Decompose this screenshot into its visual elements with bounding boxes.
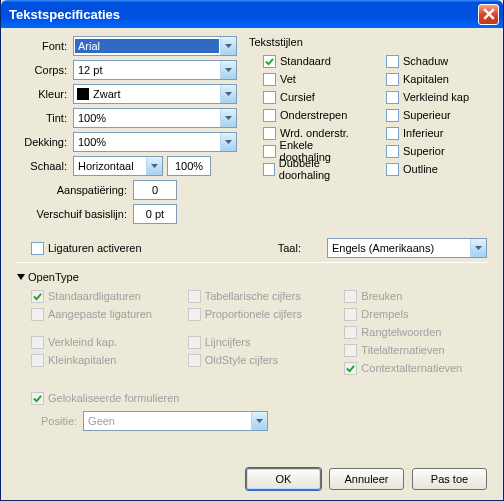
checkbox-kapitalen[interactable]: Kapitalen bbox=[386, 70, 487, 88]
kleur-combo[interactable]: Zwart bbox=[73, 84, 237, 104]
checkbox-label: Verkleind kap. bbox=[48, 336, 117, 348]
taal-value: Engels (Amerikaans) bbox=[328, 242, 470, 254]
tint-value: 100% bbox=[74, 112, 220, 124]
close-icon bbox=[483, 8, 495, 20]
font-label: Font: bbox=[17, 40, 73, 52]
schaal-value: 100% bbox=[175, 160, 203, 172]
font-combo[interactable]: Arial bbox=[73, 36, 237, 56]
checkbox-oldstyle-cijfers[interactable]: OldStyle cijfers bbox=[188, 351, 331, 369]
checkbox-onderstrepen[interactable]: Onderstrepen bbox=[263, 106, 364, 124]
pastoe-button[interactable]: Pas toe bbox=[412, 468, 487, 490]
ok-button[interactable]: OK bbox=[246, 468, 321, 490]
checkbox-cursief[interactable]: Cursief bbox=[263, 88, 364, 106]
footer-buttons: OK Annuleer Pas toe bbox=[246, 468, 487, 490]
checkbox-box bbox=[263, 55, 276, 68]
checkbox-box bbox=[344, 308, 357, 321]
taal-combo[interactable]: Engels (Amerikaans) bbox=[327, 238, 487, 258]
annuleer-button[interactable]: Annuleer bbox=[329, 468, 404, 490]
corps-combo[interactable]: 12 pt bbox=[73, 60, 237, 80]
checkbox-vet[interactable]: Vet bbox=[263, 70, 364, 88]
checkbox-kleinkapitalen[interactable]: Kleinkapitalen bbox=[31, 351, 174, 369]
checkbox-box bbox=[31, 354, 44, 367]
check-icon bbox=[33, 292, 42, 301]
chevron-down-icon[interactable] bbox=[220, 133, 236, 151]
schaal-dir-value: Horizontaal bbox=[74, 160, 146, 172]
chevron-down-icon[interactable] bbox=[220, 85, 236, 103]
aanspatiering-input[interactable]: 0 bbox=[133, 180, 177, 200]
checkbox-box bbox=[263, 127, 276, 140]
checkbox-box bbox=[386, 109, 399, 122]
tint-combo[interactable]: 100% bbox=[73, 108, 237, 128]
ligaturen-label: Ligaturen activeren bbox=[48, 242, 142, 254]
checkbox-box bbox=[263, 163, 275, 176]
right-column: Tekststijlen StandaardVetCursiefOnderstr… bbox=[249, 36, 487, 228]
checkbox-titelalternatieven[interactable]: Titelalternatieven bbox=[344, 341, 487, 359]
checkbox-box bbox=[188, 308, 201, 321]
checkbox-label: Kleinkapitalen bbox=[48, 354, 117, 366]
checkbox-box bbox=[344, 290, 357, 303]
opentype-header[interactable]: OpenType bbox=[17, 271, 487, 283]
font-value: Arial bbox=[75, 39, 219, 53]
checkbox-schaduw[interactable]: Schaduw bbox=[386, 52, 487, 70]
chevron-down-icon[interactable] bbox=[220, 109, 236, 127]
checkbox-box bbox=[31, 392, 44, 405]
gelokaliseerde-checkbox[interactable]: Gelokaliseerde formulieren bbox=[31, 389, 487, 407]
checkbox-label: Breuken bbox=[361, 290, 402, 302]
checkbox-label: Lijncijfers bbox=[205, 336, 251, 348]
positie-value: Geen bbox=[84, 415, 251, 427]
schaal-value-input[interactable]: 100% bbox=[167, 156, 211, 176]
content-area: Font: Arial Corps: 12 pt Kleur: bbox=[1, 28, 503, 431]
checkbox-box bbox=[263, 145, 276, 158]
checkbox-label: Schaduw bbox=[403, 55, 448, 67]
schaal-label: Schaal: bbox=[17, 160, 73, 172]
checkbox-inferieur[interactable]: Inferieur bbox=[386, 124, 487, 142]
checkbox-lijncijfers[interactable]: Lijncijfers bbox=[188, 333, 331, 351]
divider bbox=[17, 262, 487, 263]
checkbox-standaardligaturen[interactable]: Standaardligaturen bbox=[31, 287, 174, 305]
chevron-down-icon[interactable] bbox=[470, 239, 486, 257]
schaal-dir-combo[interactable]: Horizontaal bbox=[73, 156, 163, 176]
checkbox-outline[interactable]: Outline bbox=[386, 160, 487, 178]
chevron-down-icon[interactable] bbox=[220, 61, 236, 79]
checkbox-verkleind-kap[interactable]: Verkleind kap bbox=[386, 88, 487, 106]
dekking-combo[interactable]: 100% bbox=[73, 132, 237, 152]
chevron-down-icon[interactable] bbox=[251, 412, 267, 430]
close-button[interactable] bbox=[478, 4, 499, 25]
chevron-down-icon[interactable] bbox=[220, 37, 236, 55]
checkbox-superior[interactable]: Superior bbox=[386, 142, 487, 160]
verschuif-label: Verschuif basislijn: bbox=[17, 208, 133, 220]
gelokaliseerde-label: Gelokaliseerde formulieren bbox=[48, 392, 179, 404]
checkbox-box bbox=[188, 336, 201, 349]
left-column: Font: Arial Corps: 12 pt Kleur: bbox=[17, 36, 237, 228]
checkbox-box bbox=[263, 109, 276, 122]
checkbox-superieur[interactable]: Superieur bbox=[386, 106, 487, 124]
checkbox-label: Rangtelwoorden bbox=[361, 326, 441, 338]
checkbox-box bbox=[386, 127, 399, 140]
checkbox-label: Onderstrepen bbox=[280, 109, 347, 121]
positie-combo[interactable]: Geen bbox=[83, 411, 268, 431]
ot-col-2: Tabellarische cijfersProportionele cijfe… bbox=[174, 287, 331, 387]
ligaturen-checkbox[interactable]: Ligaturen activeren bbox=[31, 239, 142, 257]
positie-label: Positie: bbox=[41, 415, 77, 427]
checkbox-verkleind-kap-[interactable]: Verkleind kap. bbox=[31, 333, 174, 351]
checkbox-label: OldStyle cijfers bbox=[205, 354, 278, 366]
checkbox-aangepaste-ligaturen[interactable]: Aangepaste ligaturen bbox=[31, 305, 174, 323]
kleur-label: Kleur: bbox=[17, 88, 73, 100]
checkbox-contextalternatieven[interactable]: Contextalternatieven bbox=[344, 359, 487, 377]
checkbox-tabellarische-cijfers[interactable]: Tabellarische cijfers bbox=[188, 287, 331, 305]
checkbox-standaard[interactable]: Standaard bbox=[263, 52, 364, 70]
ot-col-1: StandaardligaturenAangepaste ligaturen V… bbox=[17, 287, 174, 387]
checkbox-proportionele-cijfers[interactable]: Proportionele cijfers bbox=[188, 305, 331, 323]
checkbox-drempels[interactable]: Drempels bbox=[344, 305, 487, 323]
checkbox-dubbele-doorhaling[interactable]: Dubbele doorhaling bbox=[263, 160, 364, 178]
checkbox-breuken[interactable]: Breuken bbox=[344, 287, 487, 305]
checkbox-box bbox=[31, 308, 44, 321]
chevron-down-icon[interactable] bbox=[146, 157, 162, 175]
checkbox-box bbox=[188, 354, 201, 367]
checkbox-label: Superior bbox=[403, 145, 445, 157]
corps-label: Corps: bbox=[17, 64, 73, 76]
aanspatiering-value: 0 bbox=[152, 184, 158, 196]
verschuif-input[interactable]: 0 pt bbox=[133, 204, 177, 224]
checkbox-box bbox=[386, 91, 399, 104]
checkbox-rangtelwoorden[interactable]: Rangtelwoorden bbox=[344, 323, 487, 341]
